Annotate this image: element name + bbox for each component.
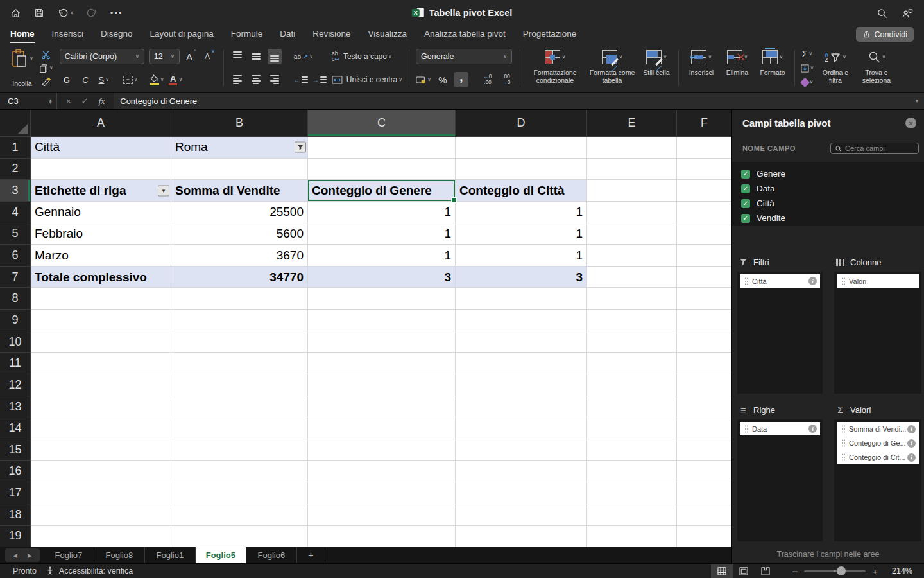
ribbon-tab-visualizza[interactable]: Visualizza — [368, 26, 407, 43]
cell-B1[interactable]: Roma — [171, 137, 308, 159]
cell-F15[interactable] — [677, 439, 732, 461]
drag-handle-icon[interactable] — [745, 281, 746, 282]
columns-drop-zone[interactable]: Valori — [834, 272, 921, 394]
sheet-nav-prev-icon[interactable]: ◀ — [13, 552, 17, 559]
row-header-3[interactable]: 3 — [0, 180, 31, 202]
insert-function-icon[interactable]: fx — [99, 96, 105, 107]
cell-C18[interactable] — [308, 504, 456, 526]
cell-A3[interactable]: Etichette di riga▼ — [31, 180, 171, 202]
cell-B19[interactable] — [171, 526, 308, 547]
cell-B13[interactable] — [171, 396, 308, 418]
field-pill-conteggio-di-cit-[interactable]: Conteggio di Cit...i — [837, 450, 919, 464]
bold-button[interactable]: G — [60, 72, 74, 87]
sheet-tab-foglio6[interactable]: Foglio6 — [246, 547, 297, 563]
cell-C1[interactable] — [308, 137, 456, 159]
redo-icon[interactable] — [87, 8, 98, 19]
home-icon[interactable] — [10, 8, 21, 19]
clear-button[interactable]: ∨ — [800, 75, 814, 89]
field-checkbox-citt-[interactable]: ✓ — [741, 199, 750, 208]
cell-F1[interactable] — [677, 137, 732, 159]
field-checkbox-vendite[interactable]: ✓ — [741, 214, 750, 223]
ribbon-tab-disegno[interactable]: Disegno — [101, 26, 133, 43]
cell-E14[interactable] — [587, 417, 677, 439]
row-header-5[interactable]: 5 — [0, 223, 31, 245]
copy-button[interactable]: ∨ — [39, 62, 53, 75]
increase-decimal-button[interactable]: .00→0 — [499, 72, 513, 87]
info-icon[interactable]: i — [907, 439, 916, 448]
cell-B9[interactable] — [171, 310, 308, 331]
cell-C13[interactable] — [308, 396, 456, 418]
cell-C8[interactable] — [308, 288, 456, 310]
more-toolbar-icon[interactable]: ••• — [110, 8, 123, 18]
field-pill-data[interactable]: Datai — [740, 422, 820, 435]
field-item-vendite[interactable]: ✓Vendite — [732, 211, 924, 225]
row-header-11[interactable]: 11 — [0, 353, 31, 374]
row-header-10[interactable]: 10 — [0, 331, 31, 353]
field-pill-valori[interactable]: Valori — [837, 274, 919, 288]
normal-view-button[interactable] — [711, 564, 733, 578]
cell-B14[interactable] — [171, 417, 308, 439]
cell-D12[interactable] — [456, 374, 587, 396]
cell-C6[interactable]: 1 — [308, 245, 456, 267]
cell-A17[interactable] — [31, 482, 171, 504]
field-pill-somma-di-vendi-[interactable]: Somma di Vendi...i — [837, 422, 919, 436]
cell-D8[interactable] — [456, 288, 587, 310]
cell-C5[interactable]: 1 — [308, 223, 456, 245]
column-header-c[interactable]: C — [308, 110, 456, 137]
align-top-button[interactable] — [230, 49, 244, 64]
cell-D3[interactable]: Conteggio di Città — [456, 180, 587, 202]
cell-A8[interactable] — [31, 288, 171, 310]
cell-C9[interactable] — [308, 310, 456, 331]
cell-D11[interactable] — [456, 353, 587, 374]
cell-D2[interactable] — [456, 159, 587, 180]
ribbon-tab-home[interactable]: Home — [10, 26, 35, 43]
name-box-spinner[interactable]: ▲▼ — [49, 99, 53, 104]
cell-A10[interactable] — [31, 331, 171, 353]
share-button[interactable]: Condividi — [856, 27, 914, 42]
cell-F5[interactable] — [677, 223, 732, 245]
align-left-button[interactable] — [230, 72, 244, 87]
cell-E1[interactable] — [587, 137, 677, 159]
cell-B11[interactable] — [171, 353, 308, 374]
row-header-12[interactable]: 12 — [0, 374, 31, 396]
cell-A14[interactable] — [31, 417, 171, 439]
row-header-1[interactable]: 1 — [0, 137, 31, 159]
cell-F2[interactable] — [677, 159, 732, 180]
zoom-percentage[interactable]: 214% — [884, 566, 912, 575]
undo-dropdown-icon[interactable]: ∨ — [70, 10, 74, 15]
cell-D7[interactable]: 3 — [456, 267, 587, 288]
info-icon[interactable]: i — [907, 453, 916, 462]
cell-F13[interactable] — [677, 396, 732, 418]
row-header-6[interactable]: 6 — [0, 245, 31, 267]
row-header-9[interactable]: 9 — [0, 310, 31, 331]
cell-F6[interactable] — [677, 245, 732, 267]
sort-filter-button[interactable]: AZ ∨ Ordina e filtra — [816, 46, 855, 90]
cell-D6[interactable]: 1 — [456, 245, 587, 267]
cell-D19[interactable] — [456, 526, 587, 547]
drag-handle-icon[interactable] — [842, 442, 843, 444]
zoom-in-icon[interactable]: + — [872, 566, 878, 577]
align-middle-button[interactable] — [249, 49, 263, 64]
sheet-tab-foglio8[interactable]: Foglio8 — [94, 547, 145, 563]
cell-C10[interactable] — [308, 331, 456, 353]
cell-D4[interactable]: 1 — [456, 202, 587, 223]
confirm-entry-icon[interactable]: ✓ — [81, 96, 89, 106]
name-box[interactable]: C3 ▲▼ — [0, 93, 56, 109]
cell-C19[interactable] — [308, 526, 456, 547]
insert-cells-button[interactable]: ∨ Inserisci — [683, 46, 720, 90]
cell-E4[interactable] — [587, 202, 677, 223]
row-header-13[interactable]: 13 — [0, 396, 31, 418]
font-name-select[interactable]: Calibri (Corpo)∨ — [60, 49, 144, 64]
cell-F3[interactable] — [677, 180, 732, 202]
field-item-genere[interactable]: ✓Genere — [732, 166, 924, 181]
column-header-e[interactable]: E — [587, 110, 677, 137]
zoom-slider-knob[interactable] — [837, 566, 846, 575]
drag-handle-icon[interactable] — [745, 428, 746, 430]
cell-A5[interactable]: Febbraio — [31, 223, 171, 245]
page-layout-view-button[interactable] — [733, 564, 755, 578]
search-icon[interactable] — [877, 8, 887, 19]
paste-button[interactable]: ∨ Incolla — [9, 48, 35, 89]
formula-bar-expand-icon[interactable]: ▼ — [910, 93, 924, 109]
cell-E10[interactable] — [587, 331, 677, 353]
delete-cells-button[interactable]: ∨ Elimina — [720, 46, 755, 90]
